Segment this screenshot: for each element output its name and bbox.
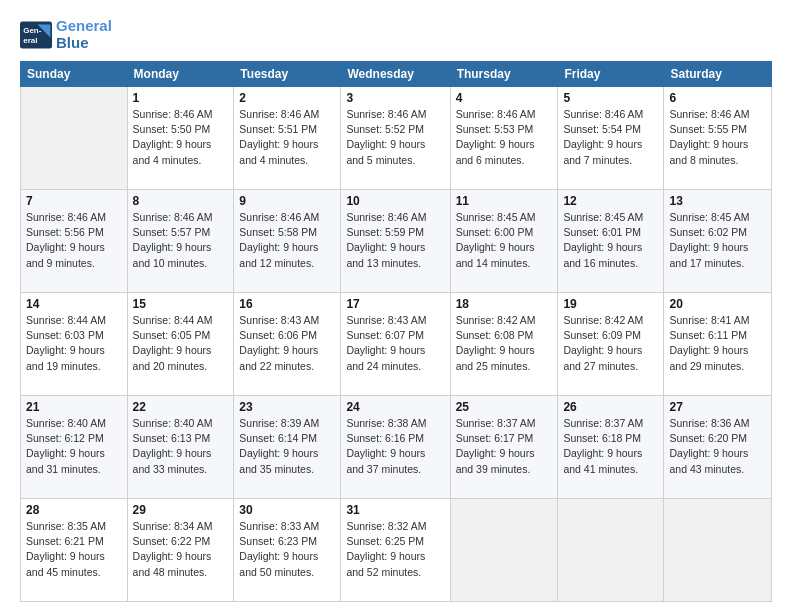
day-info: Sunrise: 8:42 AMSunset: 6:08 PMDaylight:…	[456, 313, 553, 374]
day-info: Sunrise: 8:43 AMSunset: 6:06 PMDaylight:…	[239, 313, 335, 374]
day-number: 4	[456, 91, 553, 105]
calendar-week-1: 1Sunrise: 8:46 AMSunset: 5:50 PMDaylight…	[21, 87, 772, 190]
logo-text: GeneralBlue	[56, 18, 112, 51]
calendar-cell: 25Sunrise: 8:37 AMSunset: 6:17 PMDayligh…	[450, 396, 558, 499]
day-number: 6	[669, 91, 766, 105]
svg-text:eral: eral	[23, 36, 37, 45]
day-number: 17	[346, 297, 444, 311]
day-number: 24	[346, 400, 444, 414]
weekday-wednesday: Wednesday	[341, 62, 450, 87]
day-info: Sunrise: 8:46 AMSunset: 5:53 PMDaylight:…	[456, 107, 553, 168]
calendar-cell: 20Sunrise: 8:41 AMSunset: 6:11 PMDayligh…	[664, 293, 772, 396]
day-number: 22	[133, 400, 229, 414]
calendar-cell: 11Sunrise: 8:45 AMSunset: 6:00 PMDayligh…	[450, 190, 558, 293]
day-info: Sunrise: 8:40 AMSunset: 6:13 PMDaylight:…	[133, 416, 229, 477]
calendar-cell: 22Sunrise: 8:40 AMSunset: 6:13 PMDayligh…	[127, 396, 234, 499]
day-number: 3	[346, 91, 444, 105]
calendar-cell: 21Sunrise: 8:40 AMSunset: 6:12 PMDayligh…	[21, 396, 128, 499]
day-info: Sunrise: 8:46 AMSunset: 5:50 PMDaylight:…	[133, 107, 229, 168]
weekday-friday: Friday	[558, 62, 664, 87]
day-info: Sunrise: 8:39 AMSunset: 6:14 PMDaylight:…	[239, 416, 335, 477]
calendar-cell: 24Sunrise: 8:38 AMSunset: 6:16 PMDayligh…	[341, 396, 450, 499]
calendar-cell: 23Sunrise: 8:39 AMSunset: 6:14 PMDayligh…	[234, 396, 341, 499]
calendar-week-5: 28Sunrise: 8:35 AMSunset: 6:21 PMDayligh…	[21, 499, 772, 602]
calendar-cell: 5Sunrise: 8:46 AMSunset: 5:54 PMDaylight…	[558, 87, 664, 190]
day-info: Sunrise: 8:44 AMSunset: 6:05 PMDaylight:…	[133, 313, 229, 374]
calendar-cell: 27Sunrise: 8:36 AMSunset: 6:20 PMDayligh…	[664, 396, 772, 499]
day-info: Sunrise: 8:46 AMSunset: 5:51 PMDaylight:…	[239, 107, 335, 168]
page-header: Gen- eral GeneralBlue	[20, 18, 772, 51]
day-number: 8	[133, 194, 229, 208]
calendar-cell: 26Sunrise: 8:37 AMSunset: 6:18 PMDayligh…	[558, 396, 664, 499]
day-number: 7	[26, 194, 122, 208]
day-info: Sunrise: 8:46 AMSunset: 5:52 PMDaylight:…	[346, 107, 444, 168]
calendar-cell: 10Sunrise: 8:46 AMSunset: 5:59 PMDayligh…	[341, 190, 450, 293]
logo: Gen- eral GeneralBlue	[20, 18, 112, 51]
day-info: Sunrise: 8:46 AMSunset: 5:57 PMDaylight:…	[133, 210, 229, 271]
day-number: 1	[133, 91, 229, 105]
day-number: 21	[26, 400, 122, 414]
weekday-header-row: SundayMondayTuesdayWednesdayThursdayFrid…	[21, 62, 772, 87]
calendar-week-3: 14Sunrise: 8:44 AMSunset: 6:03 PMDayligh…	[21, 293, 772, 396]
day-number: 2	[239, 91, 335, 105]
day-info: Sunrise: 8:42 AMSunset: 6:09 PMDaylight:…	[563, 313, 658, 374]
calendar-cell: 4Sunrise: 8:46 AMSunset: 5:53 PMDaylight…	[450, 87, 558, 190]
day-info: Sunrise: 8:46 AMSunset: 5:59 PMDaylight:…	[346, 210, 444, 271]
calendar-cell: 12Sunrise: 8:45 AMSunset: 6:01 PMDayligh…	[558, 190, 664, 293]
calendar-table: SundayMondayTuesdayWednesdayThursdayFrid…	[20, 61, 772, 602]
day-number: 14	[26, 297, 122, 311]
calendar-body: 1Sunrise: 8:46 AMSunset: 5:50 PMDaylight…	[21, 87, 772, 602]
calendar-cell: 15Sunrise: 8:44 AMSunset: 6:05 PMDayligh…	[127, 293, 234, 396]
day-number: 13	[669, 194, 766, 208]
day-info: Sunrise: 8:36 AMSunset: 6:20 PMDaylight:…	[669, 416, 766, 477]
day-info: Sunrise: 8:46 AMSunset: 5:54 PMDaylight:…	[563, 107, 658, 168]
calendar-cell: 6Sunrise: 8:46 AMSunset: 5:55 PMDaylight…	[664, 87, 772, 190]
day-number: 12	[563, 194, 658, 208]
calendar-cell: 1Sunrise: 8:46 AMSunset: 5:50 PMDaylight…	[127, 87, 234, 190]
day-info: Sunrise: 8:37 AMSunset: 6:18 PMDaylight:…	[563, 416, 658, 477]
day-number: 10	[346, 194, 444, 208]
day-number: 11	[456, 194, 553, 208]
calendar-cell: 8Sunrise: 8:46 AMSunset: 5:57 PMDaylight…	[127, 190, 234, 293]
day-number: 27	[669, 400, 766, 414]
day-number: 9	[239, 194, 335, 208]
calendar-cell: 13Sunrise: 8:45 AMSunset: 6:02 PMDayligh…	[664, 190, 772, 293]
calendar-cell: 31Sunrise: 8:32 AMSunset: 6:25 PMDayligh…	[341, 499, 450, 602]
weekday-monday: Monday	[127, 62, 234, 87]
day-number: 20	[669, 297, 766, 311]
day-info: Sunrise: 8:44 AMSunset: 6:03 PMDaylight:…	[26, 313, 122, 374]
calendar-cell: 29Sunrise: 8:34 AMSunset: 6:22 PMDayligh…	[127, 499, 234, 602]
calendar-cell: 28Sunrise: 8:35 AMSunset: 6:21 PMDayligh…	[21, 499, 128, 602]
calendar-cell	[558, 499, 664, 602]
calendar-cell: 30Sunrise: 8:33 AMSunset: 6:23 PMDayligh…	[234, 499, 341, 602]
day-number: 29	[133, 503, 229, 517]
day-number: 26	[563, 400, 658, 414]
day-number: 18	[456, 297, 553, 311]
logo-icon: Gen- eral	[20, 21, 52, 49]
day-info: Sunrise: 8:41 AMSunset: 6:11 PMDaylight:…	[669, 313, 766, 374]
day-number: 25	[456, 400, 553, 414]
day-info: Sunrise: 8:37 AMSunset: 6:17 PMDaylight:…	[456, 416, 553, 477]
weekday-saturday: Saturday	[664, 62, 772, 87]
weekday-thursday: Thursday	[450, 62, 558, 87]
day-info: Sunrise: 8:38 AMSunset: 6:16 PMDaylight:…	[346, 416, 444, 477]
day-info: Sunrise: 8:40 AMSunset: 6:12 PMDaylight:…	[26, 416, 122, 477]
day-info: Sunrise: 8:35 AMSunset: 6:21 PMDaylight:…	[26, 519, 122, 580]
day-info: Sunrise: 8:34 AMSunset: 6:22 PMDaylight:…	[133, 519, 229, 580]
calendar-week-2: 7Sunrise: 8:46 AMSunset: 5:56 PMDaylight…	[21, 190, 772, 293]
calendar-cell: 7Sunrise: 8:46 AMSunset: 5:56 PMDaylight…	[21, 190, 128, 293]
calendar-cell: 19Sunrise: 8:42 AMSunset: 6:09 PMDayligh…	[558, 293, 664, 396]
day-number: 19	[563, 297, 658, 311]
day-number: 28	[26, 503, 122, 517]
day-number: 31	[346, 503, 444, 517]
calendar-cell	[450, 499, 558, 602]
day-number: 16	[239, 297, 335, 311]
day-info: Sunrise: 8:45 AMSunset: 6:00 PMDaylight:…	[456, 210, 553, 271]
weekday-sunday: Sunday	[21, 62, 128, 87]
day-info: Sunrise: 8:45 AMSunset: 6:02 PMDaylight:…	[669, 210, 766, 271]
day-info: Sunrise: 8:46 AMSunset: 5:56 PMDaylight:…	[26, 210, 122, 271]
day-number: 5	[563, 91, 658, 105]
calendar-cell: 14Sunrise: 8:44 AMSunset: 6:03 PMDayligh…	[21, 293, 128, 396]
calendar-cell	[664, 499, 772, 602]
day-number: 15	[133, 297, 229, 311]
